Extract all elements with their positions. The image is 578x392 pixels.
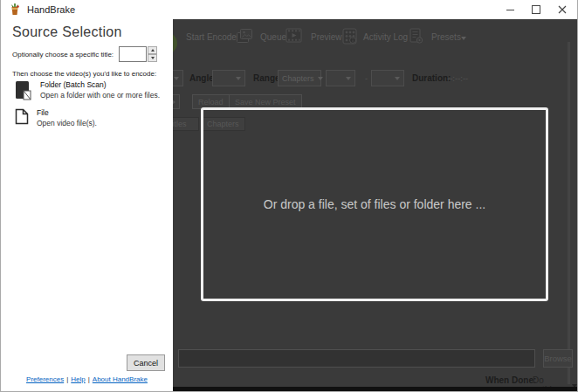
close-icon xyxy=(558,5,567,14)
dropzone-message: Or drop a file, set of files or folder h… xyxy=(264,197,485,211)
angle-select[interactable] xyxy=(212,70,245,86)
file-option-name: File xyxy=(37,108,97,117)
file-icon xyxy=(15,108,29,125)
spinner-down-button[interactable] xyxy=(148,54,157,62)
folder-option-name: Folder (Batch Scan) xyxy=(40,80,160,89)
range-separator: - xyxy=(365,73,368,83)
titlebar: HandBrake xyxy=(1,0,577,19)
folder-icon xyxy=(15,80,32,100)
help-link[interactable]: Help xyxy=(71,375,85,383)
browse-button[interactable]: Browse xyxy=(543,349,573,368)
queue-icon[interactable] xyxy=(236,28,254,45)
link-separator: | xyxy=(66,375,68,383)
main-window-dimmed: Start Encode Queue Preview Activity Log xyxy=(173,19,577,391)
cancel-button[interactable]: Cancel xyxy=(127,354,165,371)
start-encode-icon xyxy=(173,32,177,54)
toolbar-activity-log[interactable]: Activity Log xyxy=(363,32,408,42)
preview-icon[interactable] xyxy=(286,28,302,43)
encode-prompt: Then choose the video(s) you'd like to e… xyxy=(12,70,156,78)
specific-title-input[interactable] xyxy=(119,46,147,62)
title-select[interactable] xyxy=(173,70,183,86)
handbrake-logo-icon xyxy=(8,3,22,17)
source-selection-panel: Source Selection Optionally choose a spe… xyxy=(1,19,173,391)
minimize-icon xyxy=(506,10,514,10)
window-title: HandBrake xyxy=(27,4,75,15)
bottom-border-strip xyxy=(173,387,577,391)
preferences-link[interactable]: Preferences xyxy=(26,375,64,383)
file-option-desc: Open video file(s). xyxy=(37,119,97,127)
range-to-select[interactable] xyxy=(371,70,404,86)
file-dropzone[interactable]: Or drop a file, set of files or folder h… xyxy=(201,107,548,301)
arrow-down-icon xyxy=(151,57,155,59)
arrow-up-icon xyxy=(151,49,155,52)
toolbar-start-encode[interactable]: Start Encode xyxy=(186,32,237,42)
duration-value: --:--:-- xyxy=(447,73,468,83)
arrow-right-icon xyxy=(173,100,175,105)
maximize-icon xyxy=(532,5,540,14)
when-done-label: When Done: xyxy=(485,375,536,385)
title-prompt: Optionally choose a specific title: xyxy=(12,51,114,58)
spinner-up-button[interactable] xyxy=(148,46,157,54)
range-from-select[interactable] xyxy=(326,70,355,86)
source-option-folder[interactable]: Folder (Batch Scan) Open a folder with o… xyxy=(15,80,160,100)
link-separator-2: | xyxy=(88,375,90,383)
activity-log-icon[interactable] xyxy=(342,28,358,45)
scrollbar[interactable] xyxy=(568,42,570,384)
presets-icon[interactable] xyxy=(409,28,423,45)
preset-arrow-button[interactable] xyxy=(173,94,180,109)
duration-label: Duration: xyxy=(412,73,451,83)
panel-heading: Source Selection xyxy=(12,24,122,40)
tab-subtitles[interactable]: titles xyxy=(173,117,199,131)
minimize-button[interactable] xyxy=(497,0,523,19)
footer-links: Preferences|Help|About HandBrake xyxy=(1,375,173,383)
folder-option-desc: Open a folder with one or more files. xyxy=(40,91,160,100)
title-spinner xyxy=(148,46,157,62)
toolbar-queue[interactable]: Queue xyxy=(260,32,286,42)
handbrake-window: HandBrake Start Encode Queue Preview xyxy=(0,0,578,392)
maximize-button[interactable] xyxy=(523,0,549,19)
source-option-file[interactable]: File Open video file(s). xyxy=(15,108,97,127)
range-type-select[interactable]: Chapters xyxy=(278,70,321,86)
window-controls xyxy=(497,0,575,19)
close-button[interactable] xyxy=(549,0,575,19)
toolbar-presets[interactable]: Presets xyxy=(431,32,461,42)
toolbar-preview[interactable]: Preview xyxy=(311,32,342,42)
presets-dropdown-icon[interactable] xyxy=(461,37,466,40)
about-link[interactable]: About HandBrake xyxy=(93,375,148,383)
destination-path-input[interactable] xyxy=(178,349,535,368)
